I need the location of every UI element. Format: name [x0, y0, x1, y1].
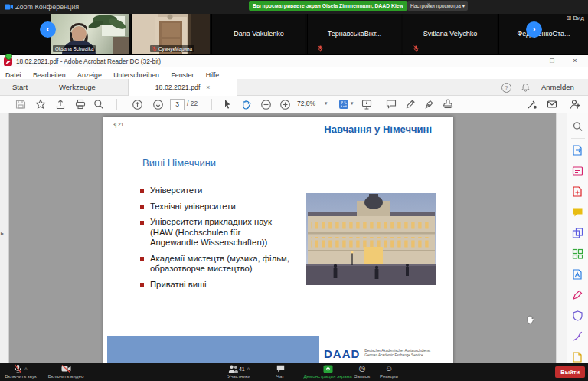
muted-mic-icon	[318, 45, 323, 52]
video-tile-sumchuk[interactable]: СумчукМарина	[131, 14, 210, 54]
participant-name-label: СумчукМарина	[150, 45, 194, 52]
view-mode-button[interactable]: ⊞ Вид	[567, 15, 584, 21]
chat-button[interactable]: Чат	[266, 364, 294, 379]
zoom-app-title: Zoom Конференция	[15, 0, 79, 14]
select-tool-icon[interactable]	[222, 99, 234, 110]
chevron-left-icon: ‹	[46, 23, 49, 34]
chevron-right-icon: ›	[532, 23, 535, 34]
leave-meeting-button[interactable]: Выйти	[555, 366, 585, 378]
notifications-bell-icon[interactable]	[521, 83, 530, 92]
edit-pdf-icon[interactable]	[572, 166, 583, 176]
tab-start[interactable]: Start	[12, 79, 28, 96]
strip-prev-button[interactable]: ‹	[40, 21, 56, 38]
share-link-icon[interactable]	[527, 99, 538, 110]
comment-tools-icon[interactable]	[572, 207, 583, 218]
menu-datei[interactable]: Datei	[5, 71, 21, 79]
share-with-person-icon[interactable]	[570, 99, 581, 110]
create-pdf-icon[interactable]	[572, 186, 583, 197]
menu-unterschreiben[interactable]: Unterschreiben	[113, 71, 159, 79]
video-tile-oksana[interactable]: Oksana Schwaika	[51, 14, 129, 54]
name-tile-svitlana[interactable]: Svitlana Velychko	[403, 14, 497, 54]
pencil-tool-icon[interactable]	[405, 99, 416, 110]
camera-off-icon	[61, 365, 71, 373]
strip-next-button[interactable]: ›	[526, 21, 542, 38]
unmute-button[interactable]: ^ Включить звук	[2, 364, 40, 379]
hand-cursor	[525, 314, 534, 324]
smiley-icon: ☺	[385, 365, 393, 373]
scan-ocr-icon[interactable]	[572, 269, 583, 280]
mic-off-icon	[14, 364, 22, 373]
comment-tool-icon[interactable]	[386, 99, 397, 110]
hand-tool-icon[interactable]	[240, 99, 252, 110]
fit-page-icon[interactable]	[338, 99, 350, 110]
search-icon[interactable]	[93, 99, 105, 110]
bullet-item: Академії мистецтв (музика, фільм, образо…	[140, 254, 290, 274]
window-title: 18.02.2021.pdf - Adobe Acrobat Reader DC…	[16, 57, 161, 65]
document-area: ▸ 3| 21 Навчання у Німеччині Виші Німечч…	[0, 113, 588, 381]
close-button[interactable]: ×	[570, 57, 580, 64]
fill-sign-icon[interactable]	[572, 290, 583, 301]
tab-document-active[interactable]: 18.02.2021.pdf ×	[128, 79, 237, 96]
tab-close-icon[interactable]: ×	[206, 84, 210, 91]
print-icon[interactable]	[75, 99, 87, 110]
participants-count: 41	[239, 366, 245, 372]
stamp-tool-icon[interactable]	[443, 99, 454, 110]
export-pdf-icon[interactable]	[572, 145, 583, 156]
bookmark-star-icon[interactable]	[35, 99, 47, 110]
presentation-mode-icon[interactable]	[361, 99, 373, 110]
fill-sign-pen-icon[interactable]	[424, 99, 436, 110]
name-tile-daria[interactable]: Daria Vakulenko	[211, 14, 305, 54]
acrobat-window: 18.02.2021.pdf - Adobe Acrobat Reader DC…	[0, 55, 588, 381]
mic-options-caret[interactable]: ^	[24, 366, 27, 372]
participants-caret[interactable]: ^	[247, 366, 250, 372]
slide-subtitle: Виші Німеччини	[142, 157, 216, 169]
menu-bar: Datei Bearbeiten Anzeige Unterschreiben …	[0, 67, 588, 79]
expand-pane-icon[interactable]: ▸	[1, 230, 4, 237]
zoom-caret-icon[interactable]: ▾	[325, 100, 328, 107]
sign-in-button[interactable]: Anmelden	[541, 79, 574, 96]
menu-bearbeiten[interactable]: Bearbeiten	[33, 71, 66, 79]
fit-caret-icon[interactable]: ▾	[351, 100, 354, 107]
reactions-button[interactable]: ☺ Реакции	[372, 364, 406, 379]
participants-icon	[228, 365, 238, 373]
bullet-item: Університети	[140, 186, 290, 196]
protect-icon[interactable]	[572, 310, 583, 321]
menu-anzeige[interactable]: Anzeige	[77, 71, 102, 79]
pane-divider	[571, 138, 585, 139]
participants-button[interactable]: 41 ^ Участники	[216, 364, 262, 379]
certificates-icon[interactable]	[572, 331, 583, 342]
page-total-label: / 22	[187, 100, 198, 107]
page-number-input[interactable]: 3	[170, 99, 185, 110]
daad-logo-block: DAAD Deutscher Akademischer Austauschdie…	[324, 349, 430, 360]
start-video-button[interactable]: Включить видео	[43, 364, 89, 379]
search-tools-icon[interactable]	[572, 121, 583, 132]
name-tile-ternavska[interactable]: ТернавськаВікт...	[307, 14, 401, 54]
navigation-pane-strip[interactable]: ▸	[0, 113, 9, 381]
vertical-scrollbar[interactable]	[556, 113, 567, 381]
restore-button[interactable]: □	[547, 57, 557, 64]
minimize-button[interactable]: —	[525, 57, 534, 64]
share-upload-icon[interactable]	[55, 99, 67, 110]
zoom-camera-icon	[5, 4, 13, 10]
view-options-button[interactable]: Настройки просмотра ▾	[407, 1, 468, 11]
previous-page-icon[interactable]	[132, 99, 143, 110]
help-icon[interactable]: ?	[501, 83, 511, 93]
chat-icon	[276, 365, 285, 373]
save-icon[interactable]	[15, 99, 27, 110]
share-screen-icon	[323, 365, 333, 373]
screen-share-banner: Вы просматриваете экран Gisela Zimmerman…	[249, 1, 407, 11]
zoom-level-value[interactable]: 72,8%	[297, 100, 315, 107]
menu-hilfe[interactable]: Hilfe	[206, 71, 220, 79]
zoom-out-icon[interactable]	[260, 99, 272, 110]
zoom-top-bar: Zoom Конференция Вы просматриваете экран…	[0, 0, 588, 14]
zoom-in-icon[interactable]	[279, 99, 291, 110]
email-icon[interactable]	[547, 99, 558, 110]
menu-fenster[interactable]: Fenster	[171, 71, 194, 79]
screen-share-indicator-dot	[5, 53, 12, 60]
combine-files-icon[interactable]	[572, 228, 583, 238]
organize-pages-icon[interactable]	[572, 248, 583, 259]
next-page-icon[interactable]	[152, 99, 164, 110]
pdf-page: 3| 21 Навчання у Німеччині Виші Німеччин…	[103, 117, 453, 381]
more-tools-icon[interactable]	[572, 352, 583, 363]
tab-werkzeuge[interactable]: Werkzeuge	[59, 79, 96, 96]
